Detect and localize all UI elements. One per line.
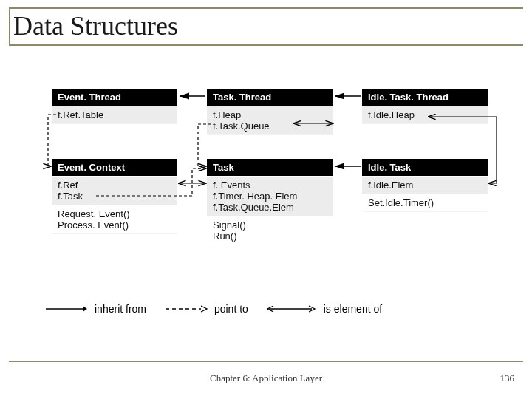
class-task: Task f. Events f.Timer. Heap. Elem f.Tas…	[207, 159, 332, 245]
method: Set.Idle.Timer()	[368, 197, 482, 208]
legend-point: point to	[164, 303, 248, 315]
class-idle-task: Idle. Task f.Idle.Elem Set.Idle.Timer()	[362, 159, 488, 211]
class-header: Idle. Task. Thread	[362, 89, 488, 106]
field: f.Task.Queue.Elem	[213, 202, 327, 213]
field: f.Timer. Heap. Elem	[213, 191, 327, 202]
class-methods: Signal() Run()	[207, 216, 332, 245]
class-event-context: Event. Context f.Ref f.Task Request. Eve…	[52, 159, 177, 233]
class-methods: Request. Event() Process. Event()	[52, 205, 177, 233]
field: f.Task	[58, 191, 171, 202]
field: f.Heap	[213, 109, 327, 120]
field: f.Ref	[58, 180, 171, 191]
class-event-thread: Event. Thread f.Ref.Table	[52, 89, 177, 123]
method: Signal()	[213, 219, 327, 231]
diagram-canvas: Event. Thread f.Ref.Table Task. Thread f…	[0, 52, 532, 355]
class-header: Event. Context	[52, 159, 177, 176]
legend-inherit: inherit from	[44, 303, 146, 315]
arrow-icon	[44, 304, 89, 314]
class-idle-task-thread: Idle. Task. Thread f.Idle.Heap	[362, 89, 488, 123]
arrow-double-icon	[266, 304, 318, 314]
class-task-thread: Task. Thread f.Heap f.Task.Queue	[207, 89, 332, 134]
class-fields: f.Idle.Elem	[362, 176, 488, 194]
page-title: Data Structures	[13, 10, 178, 41]
field: f.Idle.Elem	[368, 180, 482, 191]
legend: inherit from point to is element of	[44, 303, 397, 316]
title-rule-bot	[9, 44, 523, 46]
class-fields: f. Events f.Timer. Heap. Elem f.Task.Que…	[207, 176, 332, 216]
class-fields: f.Ref.Table	[52, 106, 177, 123]
method: Request. Event()	[58, 208, 171, 219]
method: Run()	[213, 231, 327, 242]
title-vbar	[9, 7, 10, 46]
field: f. Events	[213, 180, 327, 191]
legend-label: point to	[214, 303, 248, 315]
class-methods: Set.Idle.Timer()	[362, 194, 488, 211]
arrow-dashed-icon	[164, 304, 208, 314]
class-fields: f.Ref f.Task	[52, 176, 177, 205]
title-rule-top	[9, 7, 523, 9]
field: f.Idle.Heap	[368, 109, 482, 120]
class-header: Task	[207, 159, 332, 176]
class-header: Task. Thread	[207, 89, 332, 106]
class-fields: f.Idle.Heap	[362, 106, 488, 123]
footer-rule	[9, 361, 523, 362]
legend-element: is element of	[266, 303, 382, 315]
class-header: Idle. Task	[362, 159, 488, 176]
page-number: 136	[500, 372, 515, 384]
class-fields: f.Heap f.Task.Queue	[207, 106, 332, 134]
field: f.Task.Queue	[213, 120, 327, 132]
footer-center: Chapter 6: Application Layer	[0, 372, 532, 384]
legend-label: inherit from	[95, 303, 146, 315]
method: Process. Event()	[58, 219, 171, 231]
class-header: Event. Thread	[52, 89, 177, 106]
legend-label: is element of	[324, 303, 382, 315]
field: f.Ref.Table	[58, 109, 171, 120]
